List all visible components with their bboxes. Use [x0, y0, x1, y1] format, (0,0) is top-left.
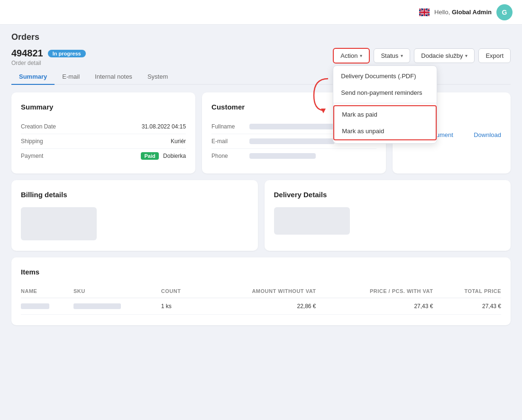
action-buttons-container: Action ▾ Delivery Documents (.PDF) Send …	[333, 48, 511, 64]
order-detail-label: Order detail	[11, 60, 86, 66]
billing-delivery-row: Billing details Delivery Details	[11, 180, 511, 257]
dropdown-divider	[333, 103, 437, 103]
billing-details-card: Billing details	[11, 180, 258, 251]
creation-date-label: Creation Date	[21, 123, 56, 130]
dropdown-item-nonpayment[interactable]: Send non-payment reminders	[333, 84, 437, 101]
status-button-label: Status	[381, 52, 398, 59]
shipping-row: Shipping Kuriér	[21, 134, 186, 149]
export-button-label: Export	[485, 52, 504, 59]
status-chevron-icon: ▾	[401, 53, 403, 58]
delivery-download-link[interactable]: Download	[474, 131, 501, 138]
export-button[interactable]: Export	[478, 48, 511, 63]
items-table: NAME SKU COUNT AMOUNT WITHOUT VAT PRICE …	[21, 284, 501, 315]
billing-details-title: Billing details	[21, 191, 248, 199]
item-total-cell: 27,43 €	[433, 298, 501, 315]
col-count: COUNT	[161, 284, 198, 298]
action-button-label: Action	[340, 52, 357, 59]
tab-system[interactable]: System	[140, 69, 175, 85]
creation-date-row: Creation Date 31.08.2022 04:15	[21, 119, 186, 134]
email-placeholder	[249, 138, 335, 144]
breadcrumb: Orders	[11, 32, 511, 42]
col-total: TOTAL PRICE	[433, 284, 501, 298]
status-button[interactable]: Status ▾	[374, 48, 410, 63]
payment-row: Payment Paid Dobierka	[21, 149, 186, 163]
order-status-badge: In progress	[48, 50, 86, 57]
delivery-details-placeholder	[274, 207, 350, 235]
payment-label: Payment	[21, 153, 43, 159]
avatar[interactable]: G	[496, 4, 513, 20]
summary-card: Summary Creation Date 31.08.2022 04:15 S…	[11, 92, 195, 173]
col-amount: AMOUNT WITHOUT VAT	[198, 284, 316, 298]
dropdown-item-mark-unpaid[interactable]: Mark as unpaid	[334, 123, 436, 139]
action-button[interactable]: Action ▾	[333, 48, 370, 64]
action-dropdown: Delivery Documents (.PDF) Send non-payme…	[333, 65, 437, 144]
creation-date-value: 31.08.2022 04:15	[142, 123, 186, 130]
shipping-label: Shipping	[21, 138, 43, 145]
items-card-title: Items	[21, 268, 501, 276]
item-name-cell	[21, 298, 73, 315]
item-price-vat-cell: 27,43 €	[316, 298, 433, 315]
dropdown-highlighted-section: Mark as paid Mark as unpaid	[333, 105, 437, 140]
top-bar: Hello, Global Admin G	[0, 0, 522, 25]
email-label: E-mail	[211, 138, 245, 145]
flag-icon	[419, 9, 430, 16]
tab-summary[interactable]: Summary	[11, 69, 55, 85]
payment-method-value: Dobierka	[163, 153, 186, 159]
delivery-details-title: Delivery Details	[274, 191, 502, 199]
paid-badge: Paid	[141, 152, 158, 160]
dropdown-item-mark-paid[interactable]: Mark as paid	[334, 106, 436, 123]
delivery-chevron-icon: ▾	[465, 53, 467, 58]
item-amount-cell: 22,86 €	[198, 298, 316, 315]
table-row: 1 ks 22,86 € 27,43 € 27,43 €	[21, 298, 501, 315]
phone-label: Phone	[211, 153, 245, 159]
fullname-label: Fullname	[211, 123, 245, 130]
dropdown-item-delivery-docs[interactable]: Delivery Documents (.PDF)	[333, 68, 437, 84]
summary-card-title: Summary	[21, 103, 186, 111]
item-sku-placeholder	[73, 303, 121, 309]
action-chevron-icon: ▾	[360, 53, 362, 58]
greeting-text: Hello, Global Admin	[434, 9, 492, 16]
item-count-cell: 1 ks	[161, 298, 198, 315]
shipping-value: Kuriér	[171, 138, 186, 145]
tab-email[interactable]: E-mail	[55, 69, 87, 85]
payment-value: Paid Dobierka	[141, 153, 186, 159]
delivery-button-label: Dodacie služby	[421, 52, 463, 59]
customer-phone-row: Phone	[211, 149, 376, 163]
order-id: 494821	[11, 48, 43, 59]
item-sku-cell	[73, 298, 161, 315]
item-name-placeholder	[21, 303, 49, 309]
table-header-row: NAME SKU COUNT AMOUNT WITHOUT VAT PRICE …	[21, 284, 501, 298]
col-name: NAME	[21, 284, 73, 298]
fullname-placeholder	[249, 124, 335, 129]
delivery-service-button[interactable]: Dodacie služby ▾	[414, 48, 475, 63]
username-text: Global Admin	[452, 9, 492, 16]
delivery-details-card: Delivery Details	[265, 180, 511, 251]
col-sku: SKU	[73, 284, 161, 298]
items-card: Items NAME SKU COUNT AMOUNT WITHOUT VAT …	[11, 257, 511, 325]
tab-internal-notes[interactable]: Internal notes	[87, 69, 140, 85]
phone-placeholder	[249, 153, 316, 159]
col-price-vat: PRICE / PCS. WITH VAT	[316, 284, 433, 298]
billing-placeholder	[21, 207, 97, 240]
